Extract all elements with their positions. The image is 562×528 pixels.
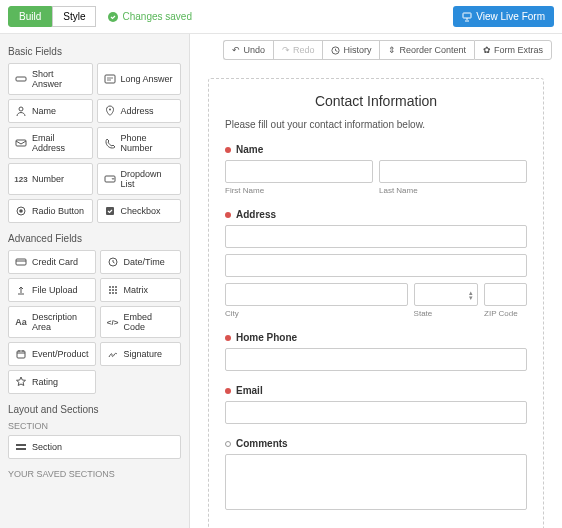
history-button[interactable]: History [322,40,379,60]
email-field[interactable]: Email [225,385,527,424]
svg-point-9 [19,209,23,213]
state-sublabel: State [414,309,478,318]
svg-point-4 [19,107,23,111]
svg-rect-1 [463,13,471,18]
datetime-field-button[interactable]: Date/Time [100,250,181,274]
field-button-label: Short Answer [32,69,86,89]
svg-rect-23 [16,444,26,446]
name-field[interactable]: Name First Name Last Name [225,144,527,195]
svg-rect-3 [105,75,115,83]
svg-point-21 [115,292,117,294]
signature-field-button[interactable]: Signature [100,342,181,366]
dropdown-field-button[interactable]: Dropdown List [97,163,182,195]
svg-rect-11 [16,259,26,265]
redo-button[interactable]: ↷Redo [273,40,323,60]
first-name-input[interactable] [225,160,373,183]
phone-input[interactable] [225,348,527,371]
field-button-label: Number [32,174,64,184]
datetime-icon [107,256,119,268]
short-answer-field-button[interactable]: Short Answer [8,63,93,95]
field-button-label: Date/Time [124,257,165,267]
dropdown-icon [104,173,116,185]
phone-field-button[interactable]: Phone Number [97,127,182,159]
topbar: Build Style Changes saved View Live Form [0,0,562,34]
embed-icon: </> [107,316,119,328]
phone-field[interactable]: Home Phone [225,332,527,371]
matrix-field-button[interactable]: Matrix [100,278,181,302]
description-icon: Aa [15,316,27,328]
field-button-label: File Upload [32,285,78,295]
field-button-label: Signature [124,349,163,359]
comments-textarea[interactable] [225,454,527,510]
canvas-toolbar: ↶Undo ↷Redo History ⇕Reorder Content ✿Fo… [190,34,562,66]
canvas: ↶Undo ↷Redo History ⇕Reorder Content ✿Fo… [190,34,562,528]
field-button-label: Description Area [32,312,89,332]
email-field-button[interactable]: Email Address [8,127,93,159]
svg-point-17 [112,289,114,291]
address-field-button[interactable]: Address [97,99,182,123]
number-field-button[interactable]: 123Number [8,163,93,195]
zip-input[interactable] [484,283,527,306]
required-icon [225,212,231,218]
address-field[interactable]: Address City ▴▾State ZIP Code [225,209,527,318]
form-extras-button[interactable]: ✿Form Extras [474,40,552,60]
rating-icon [15,376,27,388]
long-answer-icon [104,73,116,85]
city-input[interactable] [225,283,408,306]
embed-field-button[interactable]: </>Embed Code [100,306,181,338]
reorder-button[interactable]: ⇕Reorder Content [379,40,474,60]
svg-point-14 [112,286,114,288]
address-line1-input[interactable] [225,225,527,248]
last-name-input[interactable] [379,160,527,183]
gear-icon: ✿ [483,45,491,55]
event-field-button[interactable]: Event/Product [8,342,96,366]
section-subheading: SECTION [8,421,181,431]
address-line2-input[interactable] [225,254,527,277]
first-name-sublabel: First Name [225,186,373,195]
field-button-label: Event/Product [32,349,89,359]
svg-point-13 [109,286,111,288]
name-icon [15,105,27,117]
state-select[interactable] [414,283,478,306]
credit-card-icon [15,256,27,268]
view-live-form-button[interactable]: View Live Form [453,6,554,27]
email-input[interactable] [225,401,527,424]
required-icon [225,335,231,341]
svg-rect-24 [16,448,26,450]
credit-card-field-button[interactable]: Credit Card [8,250,96,274]
description-field-button[interactable]: AaDescription Area [8,306,96,338]
svg-point-20 [112,292,114,294]
comments-field[interactable]: Comments [225,438,527,512]
svg-rect-2 [16,77,26,81]
name-field-button[interactable]: Name [8,99,93,123]
field-button-label: Rating [32,377,58,387]
phone-icon [104,137,116,149]
sidebar: Basic Fields Short AnswerLong AnswerName… [0,34,190,528]
redo-icon: ↷ [282,45,290,55]
undo-button[interactable]: ↶Undo [223,40,273,60]
field-button-label: Matrix [124,285,149,295]
event-icon [15,348,27,360]
rating-field-button[interactable]: Rating [8,370,96,394]
section-button[interactable]: Section [8,435,181,459]
advanced-fields-heading: Advanced Fields [8,233,181,244]
svg-point-0 [108,12,118,22]
saved-sections-subheading: YOUR SAVED SECTIONS [8,469,181,479]
monitor-icon [462,12,472,22]
form-description: Please fill out your contact information… [225,119,527,130]
file-upload-field-button[interactable]: File Upload [8,278,96,302]
svg-point-5 [109,109,111,111]
zip-sublabel: ZIP Code [484,309,527,318]
tab-build[interactable]: Build [8,6,52,27]
radio-field-button[interactable]: Radio Button [8,199,93,223]
optional-icon [225,441,231,447]
svg-rect-22 [17,351,25,358]
checkbox-field-button[interactable]: Checkbox [97,199,182,223]
field-button-label: Radio Button [32,206,84,216]
required-icon [225,388,231,394]
address-icon [104,105,116,117]
file-upload-icon [15,284,27,296]
tab-style[interactable]: Style [52,6,96,27]
checkbox-icon [104,205,116,217]
long-answer-field-button[interactable]: Long Answer [97,63,182,95]
